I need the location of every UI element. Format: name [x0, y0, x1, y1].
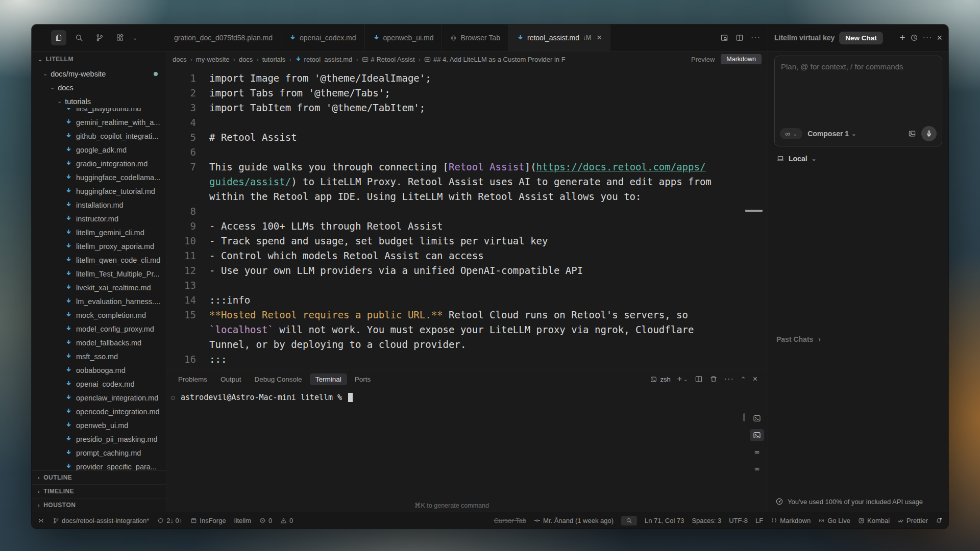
file-mock-completion-md[interactable]: mock_completion.md	[32, 308, 166, 322]
terminal-instance-icon[interactable]	[750, 412, 764, 424]
file-model-fallbacks-md[interactable]: model_fallbacks.md	[32, 336, 166, 349]
status-utf-8[interactable]: UTF-8	[729, 517, 748, 524]
folder-docs-my-website[interactable]: ⌄docs/my-website	[32, 67, 166, 81]
tab-gration-doc-d075fd58-plan-md[interactable]: gration_doc_d075fd58.plan.md	[166, 24, 281, 51]
file-litellm-gemini-cli-md[interactable]: litellm_gemini_cli.md	[32, 226, 166, 239]
kill-terminal-icon[interactable]	[709, 375, 718, 383]
location-selector[interactable]: Local ⌄	[774, 155, 942, 163]
status-litellm[interactable]: litellm	[234, 517, 251, 524]
shell-chip[interactable]: zsh	[650, 375, 670, 383]
markdown-mode-pill[interactable]: Markdown	[721, 54, 762, 64]
file-huggingface-codellama[interactable]: huggingface_codellama...	[32, 170, 166, 184]
breadcrumb-item-docs[interactable]: docs	[239, 56, 253, 63]
status-insforge[interactable]: InsForge	[190, 517, 226, 524]
close-panel-icon[interactable]: ×	[753, 374, 757, 384]
file-livekit-xai-realtime-md[interactable]: livekit_xai_realtime.md	[32, 281, 166, 294]
terminal-instance-icon-active[interactable]	[750, 429, 764, 441]
file-google-adk-md[interactable]: google_adk.md	[32, 143, 166, 157]
status-remote[interactable]	[38, 517, 44, 524]
panel-tab-debug-console[interactable]: Debug Console	[249, 373, 308, 385]
status-kombai[interactable]: Kombai	[858, 517, 890, 524]
file-installation-md[interactable]: installation.md	[32, 198, 166, 212]
terminal-body[interactable]: astrodevil@Astro-Mac-mini litellm % ⌘K t…	[166, 389, 768, 512]
file-instructor-md[interactable]: instructor.md	[32, 212, 166, 226]
folder-docs[interactable]: ⌄docs	[32, 81, 166, 94]
explorer-icon[interactable]	[51, 30, 66, 45]
split-terminal-icon[interactable]	[695, 375, 703, 383]
attach-image-icon[interactable]	[908, 130, 916, 138]
status-bell[interactable]	[936, 517, 942, 524]
add-chat-icon[interactable]: +	[899, 32, 905, 43]
file-msft-sso-md[interactable]: msft_sso.md	[32, 349, 166, 363]
panel-tab-terminal[interactable]: Terminal	[310, 373, 347, 385]
microphone-button[interactable]	[921, 126, 937, 141]
new-chat-button[interactable]: New Chat	[839, 32, 883, 44]
status-cursor-tab[interactable]: Cursor Tab	[494, 517, 526, 524]
agent-selector[interactable]: Composer 1⌄	[807, 130, 856, 138]
file-provider-specific-para[interactable]: provider_specific_para...	[32, 460, 166, 470]
chevron-down-icon[interactable]: ⌄	[133, 35, 137, 41]
file-first-playground-md[interactable]: first_playground.md	[32, 108, 166, 115]
panel-tab-problems[interactable]: Problems	[173, 373, 213, 385]
split-editor-icon[interactable]	[736, 34, 744, 42]
close-tab-icon[interactable]: ×	[597, 33, 602, 43]
status-ln-71-col-73[interactable]: Ln 71, Col 73	[645, 517, 684, 524]
file-gemini-realtime-with-a[interactable]: gemini_realtime_with_a...	[32, 115, 166, 129]
extensions-icon[interactable]	[112, 30, 128, 45]
source-control-icon[interactable]	[92, 30, 107, 45]
search-icon[interactable]	[71, 30, 87, 45]
panel-tab-output[interactable]: Output	[215, 373, 247, 385]
panel-tab-ports[interactable]: Ports	[349, 373, 377, 385]
breadcrumb-item-retool-assist[interactable]: # Retool Assist	[362, 56, 415, 63]
file-openclaw-integration-md[interactable]: openclaw_integration.md	[32, 391, 166, 405]
breadcrumb-item-tutorials[interactable]: tutorials	[262, 56, 286, 63]
folder-tutorials[interactable]: ⌄tutorials	[32, 94, 166, 108]
status-2-0[interactable]: 2↓ 0↑	[157, 517, 182, 524]
file-prompt-caching-md[interactable]: prompt_caching.md	[32, 446, 166, 460]
sidebar-section-outline[interactable]: ›OUTLINE	[32, 470, 166, 484]
terminal-scrollbar[interactable]	[743, 413, 745, 421]
tab-openai-codex-md[interactable]: openai_codex.md	[281, 24, 365, 51]
code-editor[interactable]: 1import Image from '@theme/IdealImage';2…	[166, 67, 768, 369]
tab-browser-tab[interactable]: Browser Tab	[442, 24, 509, 51]
status-magnifier[interactable]	[621, 516, 637, 525]
file-model-config-proxy-md[interactable]: model_config_proxy.md	[32, 322, 166, 336]
file-presidio-pii-masking-md[interactable]: presidio_pii_masking.md	[32, 432, 166, 446]
past-chats-toggle[interactable]: Past Chats ›	[776, 335, 821, 343]
breadcrumb-item-4-add-litellm-as-a-custom-provider-in-f[interactable]: ## 4. Add LiteLLM as a Custom Provider i…	[424, 56, 566, 63]
file-openweb-ui-md[interactable]: openweb_ui.md	[32, 418, 166, 432]
file-litellm-qwen-code-cli-md[interactable]: litellm_qwen_code_cli.md	[32, 253, 166, 267]
file-openai-codex-md[interactable]: openai_codex.md	[32, 377, 166, 391]
file-lm-evaluation-harness[interactable]: lm_evaluation_harness....	[32, 294, 166, 308]
breadcrumb-item-my-website[interactable]: my-website	[196, 56, 230, 63]
new-terminal-button[interactable]: +⌄	[677, 374, 688, 384]
maximize-panel-icon[interactable]: ⌃	[741, 375, 746, 383]
model-selector[interactable]: ∞⌄	[780, 128, 802, 139]
status-go-live[interactable]: Go Live	[818, 517, 850, 524]
status-0[interactable]: 0	[259, 517, 272, 524]
file-litellm-test-multiple-pr[interactable]: litellm_Test_Multiple_Pr...	[32, 267, 166, 281]
panel-more-icon[interactable]: ···	[724, 374, 734, 384]
breadcrumb-item-retool-assist-md[interactable]: retool_assist.md	[295, 56, 353, 63]
status-0[interactable]: 0	[280, 517, 293, 524]
more-actions-icon[interactable]: ···	[751, 33, 761, 42]
preview-toggle[interactable]: Preview	[691, 56, 715, 63]
tab-retool-assist-md[interactable]: retool_assist.md↓M×	[509, 24, 610, 51]
sidebar-section-houston[interactable]: ›HOUSTON	[32, 498, 166, 512]
file-litellm-proxy-aporia-md[interactable]: litellm_proxy_aporia.md	[32, 239, 166, 253]
status-prettier[interactable]: Prettier	[897, 517, 928, 524]
status-markdown[interactable]: Markdown	[771, 517, 811, 524]
file-github-copilot-integrati[interactable]: github_copilot_integrati...	[32, 129, 166, 143]
infinity-session-icon[interactable]: ∞	[750, 463, 764, 475]
status-mr-nand-1-week-ago[interactable]: Mr. Ånand (1 week ago)	[534, 517, 614, 524]
file-oobabooga-md[interactable]: oobabooga.md	[32, 363, 166, 377]
close-chat-icon[interactable]: ×	[937, 33, 942, 43]
chat-more-icon[interactable]: ···	[923, 33, 933, 42]
sidebar-section-timeline[interactable]: ›TIMELINE	[32, 484, 166, 498]
tab-openweb-ui-md[interactable]: openweb_ui.md	[365, 24, 443, 51]
file-gradio-integration-md[interactable]: gradio_integration.md	[32, 157, 166, 170]
open-preview-icon[interactable]	[720, 34, 728, 42]
history-clock-icon[interactable]	[910, 34, 918, 42]
file-opencode-integration-md[interactable]: opencode_integration.md	[32, 405, 166, 418]
file-huggingface-tutorial-md[interactable]: huggingface_tutorial.md	[32, 184, 166, 198]
